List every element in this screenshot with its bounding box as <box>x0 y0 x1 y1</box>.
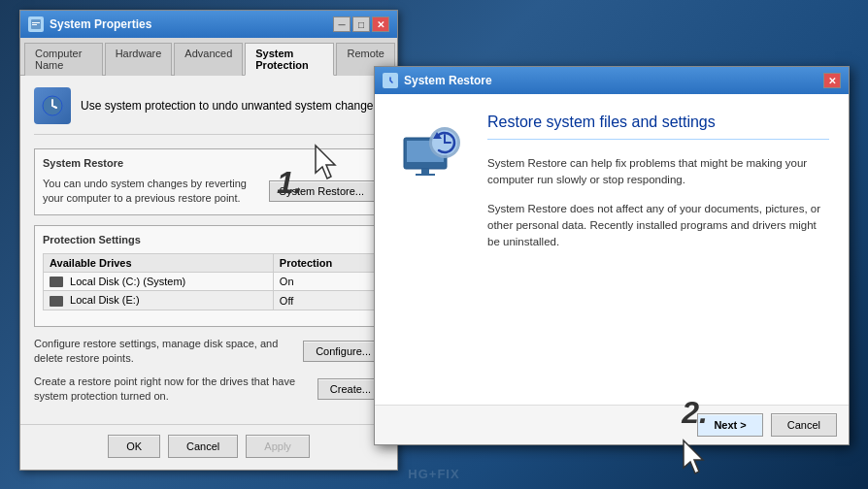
step-2-label: 2. <box>682 395 708 431</box>
ok-button[interactable]: OK <box>108 435 160 458</box>
table-row: Local Disk (C:) (System) On <box>44 272 375 291</box>
system-restore-description: You can undo system changes by reverting… <box>43 177 261 207</box>
sr-footer: Next > Cancel <box>375 405 849 444</box>
sr-text-area: Restore system files and settings System… <box>487 114 829 385</box>
svg-rect-9 <box>416 174 435 176</box>
titlebar-controls: ─ □ ✕ <box>333 16 389 32</box>
sr-cancel-button[interactable]: Cancel <box>771 413 837 437</box>
sr-paragraph-1: System Restore can help fix problems tha… <box>487 155 829 189</box>
sr-paragraph-2: System Restore does not affect any of yo… <box>487 201 829 251</box>
restore-illustration-icon <box>394 114 472 191</box>
sr-close-button[interactable]: ✕ <box>823 73 841 88</box>
configure-text: Configure restore settings, manage disk … <box>34 337 295 367</box>
sr-titlebar-controls: ✕ <box>823 73 841 88</box>
tab-system-protection[interactable]: System Protection <box>245 43 334 76</box>
sr-icon-area <box>394 114 472 385</box>
minimize-button[interactable]: ─ <box>333 16 351 32</box>
watermark: HG+FIX <box>408 467 459 481</box>
sys-props-content: Use system protection to undo unwanted s… <box>20 76 397 424</box>
svg-rect-1 <box>32 22 40 23</box>
drive-e-cell: Local Disk (E:) <box>44 291 274 310</box>
sr-title-text: System Restore <box>404 74 492 87</box>
sys-props-titlebar: System Properties ─ □ ✕ <box>20 11 397 38</box>
table-row: Local Disk (E:) Off <box>44 291 375 310</box>
sys-props-title-text: System Properties <box>50 17 151 31</box>
maximize-button[interactable]: □ <box>352 16 370 32</box>
drive-icon <box>50 277 63 287</box>
system-restore-dialog: System Restore ✕ Restor <box>374 66 850 445</box>
tab-advanced[interactable]: Advanced <box>174 43 243 76</box>
svg-rect-2 <box>32 24 37 25</box>
system-protection-icon <box>34 87 71 124</box>
tab-hardware[interactable]: Hardware <box>105 43 173 76</box>
dialog-header-text: Use system protection to undo unwanted s… <box>81 99 383 113</box>
cancel-button[interactable]: Cancel <box>168 435 238 458</box>
svg-marker-4 <box>316 146 335 179</box>
dialog-header-row: Use system protection to undo unwanted s… <box>34 87 384 135</box>
step-1-label: 1. <box>277 165 303 201</box>
close-button[interactable]: ✕ <box>372 16 389 32</box>
svg-rect-8 <box>421 169 429 174</box>
sr-content: Restore system files and settings System… <box>375 94 849 405</box>
drive-c-name: Local Disk (C:) (System) <box>70 276 185 287</box>
svg-marker-13 <box>684 440 703 473</box>
col-protection: Protection <box>273 253 374 272</box>
protection-settings-label: Protection Settings <box>43 234 375 245</box>
cursor-2-icon <box>679 439 718 477</box>
dialog-tabs: Computer Name Hardware Advanced System P… <box>20 38 397 76</box>
drive-icon <box>50 296 63 307</box>
protection-settings-section: Protection Settings Available Drives Pro… <box>34 225 384 327</box>
drive-c-cell: Local Disk (C:) (System) <box>44 272 274 291</box>
configure-button[interactable]: Configure... <box>303 341 384 362</box>
drive-e-name: Local Disk (E:) <box>70 294 140 306</box>
sys-props-footer: OK Cancel Apply <box>20 424 397 470</box>
configure-row: Configure restore settings, manage disk … <box>34 337 384 367</box>
cursor-1-icon <box>311 144 350 182</box>
col-available-drives: Available Drives <box>44 253 274 272</box>
sr-main-heading: Restore system files and settings <box>487 114 829 140</box>
create-row: Create a restore point right now for the… <box>34 375 384 405</box>
sr-titlebar: System Restore ✕ <box>375 67 849 94</box>
tab-computer-name[interactable]: Computer Name <box>24 43 103 76</box>
drive-c-protection: On <box>273 272 374 291</box>
drive-e-protection: Off <box>273 291 374 310</box>
protection-drives-table: Available Drives Protection Local Disk (… <box>43 253 375 310</box>
sys-props-title-icon <box>28 16 44 32</box>
sr-title-icon <box>383 73 398 88</box>
apply-button[interactable]: Apply <box>246 435 310 458</box>
system-properties-dialog: System Properties ─ □ ✕ Computer Name Ha… <box>19 10 398 471</box>
create-text: Create a restore point right now for the… <box>34 375 310 405</box>
